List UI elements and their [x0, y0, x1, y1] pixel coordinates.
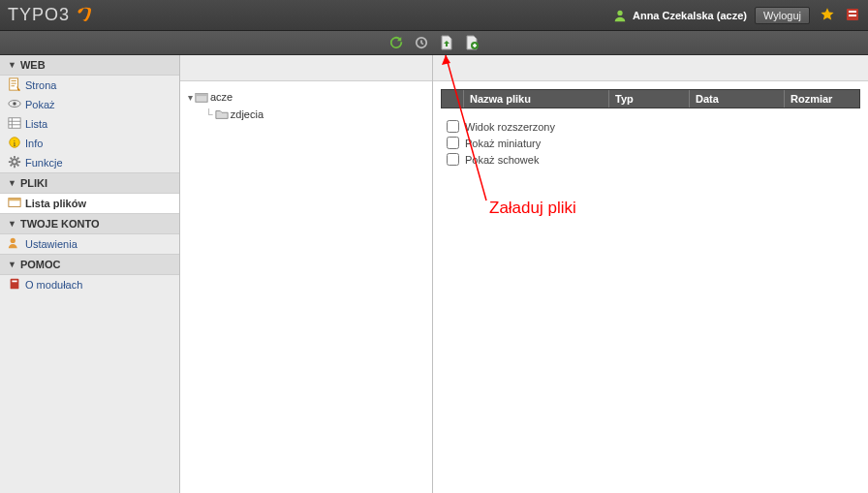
- svg-rect-16: [11, 279, 19, 290]
- product-name: TYPO3: [8, 5, 70, 25]
- user-display-name: Anna Czekalska (acze): [633, 10, 747, 21]
- svg-point-12: [12, 159, 16, 164]
- module-menu: ▼WEB Strona Pokaż Lista i Info Funkcje ▼…: [0, 55, 180, 493]
- user-settings-icon: [8, 236, 21, 250]
- tree-root[interactable]: ▾ acze: [188, 89, 424, 105]
- nav-group-label: TWOJE KONTO: [20, 218, 100, 230]
- opt-extended-view[interactable]: Widok rozszerzony: [447, 118, 854, 135]
- opt-show-thumbs-checkbox[interactable]: [447, 137, 459, 149]
- col-date[interactable]: Data: [690, 90, 785, 108]
- svg-point-0: [617, 10, 622, 15]
- info-icon: i: [8, 136, 21, 149]
- svg-rect-6: [10, 78, 18, 90]
- logout-button[interactable]: Wyloguj: [755, 7, 810, 24]
- col-name[interactable]: Nazwa pliku: [464, 90, 609, 108]
- folder-icon: [215, 108, 229, 121]
- nav-group-account[interactable]: ▼TWOJE KONTO: [0, 213, 179, 234]
- nav-item-list[interactable]: Lista: [0, 114, 179, 134]
- nav-group-label: WEB: [20, 59, 46, 71]
- typo3-logo-icon: [74, 7, 91, 24]
- nav-group-web[interactable]: ▼WEB: [0, 55, 179, 76]
- nav-item-settings[interactable]: Ustawienia: [0, 234, 179, 254]
- topbar: TYPO3 Anna Czekalska (acze) Wyloguj: [0, 0, 868, 31]
- nav-item-functions[interactable]: Funkcje: [0, 153, 179, 172]
- filelist-header: Nazwa pliku Typ Data Rozmiar: [441, 89, 860, 108]
- shortcut-icon[interactable]: [845, 7, 860, 24]
- col-check: [442, 90, 464, 108]
- svg-point-8: [13, 102, 16, 106]
- nav-item-label: Funkcje: [25, 157, 63, 169]
- current-user: Anna Czekalska (acze): [613, 9, 747, 22]
- nav-group-label: PLIKI: [20, 177, 47, 189]
- tree-root-label[interactable]: acze: [210, 91, 232, 103]
- upload-file-icon[interactable]: [439, 35, 454, 50]
- opt-show-thumbs[interactable]: Pokaż miniatury: [447, 135, 854, 151]
- eye-icon: [8, 97, 21, 110]
- svg-rect-9: [9, 118, 20, 129]
- tree-child-label[interactable]: zdjecia: [231, 108, 264, 120]
- tree-collapse-icon[interactable]: ▾: [188, 92, 193, 103]
- folder-tree-panel: ▾ acze └ zdjecia: [180, 55, 433, 493]
- svg-rect-19: [196, 94, 207, 97]
- svg-rect-2: [849, 11, 856, 13]
- nav-item-label: Strona: [25, 79, 56, 91]
- col-size[interactable]: Rozmiar: [785, 90, 859, 108]
- col-type[interactable]: Typ: [609, 90, 690, 108]
- filelist-icon: [8, 196, 21, 209]
- user-icon: [613, 9, 627, 22]
- caret-down-icon: ▼: [8, 260, 16, 269]
- reload-icon[interactable]: [388, 35, 404, 50]
- clock-icon[interactable]: [414, 35, 429, 50]
- nav-item-label: Info: [25, 138, 43, 149]
- caret-down-icon: ▼: [8, 178, 16, 188]
- nav-group-files[interactable]: ▼PLIKI: [0, 172, 179, 194]
- opt-label: Pokaż schowek: [465, 154, 539, 166]
- content-panel: Nazwa pliku Typ Data Rozmiar Widok rozsz…: [433, 55, 868, 493]
- bookmark-icon[interactable]: [820, 7, 835, 24]
- nav-group-help[interactable]: ▼POMOC: [0, 254, 179, 275]
- nav-item-view[interactable]: Pokaż: [0, 95, 179, 114]
- opt-show-clipboard[interactable]: Pokaż schowek: [447, 151, 854, 168]
- opt-label: Widok rozszerzony: [465, 121, 555, 133]
- folder-tree: ▾ acze └ zdjecia: [180, 81, 432, 132]
- opt-extended-view-checkbox[interactable]: [447, 120, 459, 133]
- product-logo: TYPO3: [8, 5, 91, 25]
- svg-point-15: [11, 238, 16, 243]
- main-area: ▼WEB Strona Pokaż Lista i Info Funkcje ▼…: [0, 55, 868, 493]
- opt-show-clipboard-checkbox[interactable]: [447, 153, 459, 166]
- opt-label: Pokaż miniatury: [465, 138, 541, 149]
- nav-item-label: Lista: [25, 118, 47, 130]
- list-icon: [8, 116, 21, 130]
- svg-rect-14: [9, 199, 20, 201]
- nav-item-about[interactable]: O modułach: [0, 275, 179, 294]
- caret-down-icon: ▼: [8, 219, 16, 229]
- nav-item-label: Pokaż: [25, 99, 55, 110]
- svg-rect-17: [12, 281, 16, 283]
- tree-child[interactable]: └ zdjecia: [188, 107, 424, 122]
- nav-group-label: POMOC: [20, 259, 61, 270]
- doc-toolbar: [0, 31, 868, 55]
- caret-down-icon: ▼: [8, 60, 16, 70]
- book-icon: [8, 277, 21, 291]
- page-icon: [8, 77, 21, 91]
- new-folder-icon[interactable]: [464, 35, 480, 50]
- nav-item-filelist[interactable]: Lista plików: [0, 194, 179, 213]
- nav-item-label: O modułach: [25, 279, 82, 291]
- gear-icon: [8, 155, 21, 169]
- svg-rect-3: [849, 15, 856, 16]
- nav-item-page[interactable]: Strona: [0, 76, 179, 95]
- content-toolbar: [433, 55, 868, 81]
- filelist-options: Widok rozszerzony Pokaż miniatury Pokaż …: [433, 108, 868, 177]
- tree-toolbar: [180, 55, 432, 81]
- nav-item-info[interactable]: i Info: [0, 134, 179, 153]
- annotation-label: Załaduj pliki: [489, 199, 576, 218]
- nav-item-label: Ustawienia: [25, 238, 78, 250]
- home-storage-icon: [195, 90, 208, 104]
- nav-item-label: Lista plików: [25, 198, 86, 209]
